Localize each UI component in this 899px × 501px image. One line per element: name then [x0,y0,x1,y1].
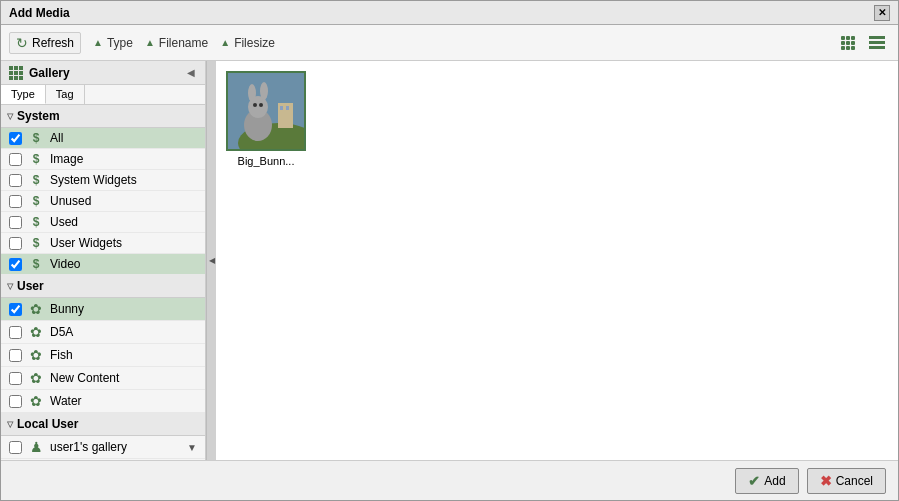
dollar-icon: $ [28,194,44,208]
media-grid: Big_Bunn... [226,71,888,167]
type-sort[interactable]: ▲ Type [93,36,133,50]
list-item[interactable]: ✿ Bunny [1,298,205,321]
filename-sort[interactable]: ▲ Filename [145,36,208,50]
list-item[interactable]: ♟ user1's gallery ▼ [1,436,205,459]
user-section-header[interactable]: ▽ User [1,275,205,298]
used-checkbox[interactable] [9,216,22,229]
unused-checkbox[interactable] [9,195,22,208]
gear-icon: ✿ [28,347,44,363]
close-button[interactable]: ✕ [874,5,890,21]
media-item[interactable]: Big_Bunn... [226,71,306,167]
item-label: Unused [50,194,91,208]
video-checkbox[interactable] [9,258,22,271]
item-label: user1's gallery [50,440,127,454]
item-label: D5A [50,325,73,339]
filesize-sort-arrow: ▲ [220,37,230,48]
list-item[interactable]: ✿ Water [1,390,205,413]
list-view-button[interactable] [864,33,890,53]
item-label: Fish [50,348,73,362]
media-thumbnail [226,71,306,151]
user-widgets-checkbox[interactable] [9,237,22,250]
tab-type[interactable]: Type [1,85,46,104]
type-sort-arrow: ▲ [93,37,103,48]
gear-icon: ✿ [28,393,44,409]
list-item[interactable]: ✿ New Content [1,367,205,390]
cancel-button[interactable]: ✖ Cancel [807,468,886,494]
sidebar-header: Gallery ◀ [1,61,205,85]
dollar-icon: $ [28,215,44,229]
system-section-header[interactable]: ▽ System [1,105,205,128]
dropdown-arrow[interactable]: ▼ [187,442,197,453]
type-label: Type [107,36,133,50]
list-item[interactable]: ✿ Fish [1,344,205,367]
user-section-label: User [17,279,44,293]
item-label: Used [50,215,78,229]
list-item[interactable]: $ System Widgets [1,170,205,191]
svg-point-5 [260,82,268,100]
list-item[interactable]: $ Used [1,212,205,233]
gear-icon: ✿ [28,301,44,317]
main-content: Gallery ◀ Type Tag ▽ System [1,61,898,460]
refresh-label: Refresh [32,36,74,50]
item-label: System Widgets [50,173,137,187]
dollar-icon: $ [28,236,44,250]
svg-rect-10 [286,106,289,110]
local-user-section-header[interactable]: ▽ Local User [1,413,205,436]
fish-checkbox[interactable] [9,349,22,362]
user-section-arrow: ▽ [7,282,13,291]
sidebar-collapse-button[interactable]: ◀ [185,65,197,80]
item-label: Water [50,394,82,408]
image-checkbox[interactable] [9,153,22,166]
dollar-icon: $ [28,257,44,271]
cancel-label: Cancel [836,474,873,488]
item-label: User Widgets [50,236,122,250]
bunny-image [228,73,304,149]
list-item[interactable]: $ All [1,128,205,149]
sidebar-tabs: Type Tag [1,85,205,105]
filesize-label: Filesize [234,36,275,50]
d5a-checkbox[interactable] [9,326,22,339]
list-item[interactable]: $ Image [1,149,205,170]
svg-point-7 [259,103,263,107]
item-label: Video [50,257,80,271]
media-item-label: Big_Bunn... [238,155,295,167]
list-item[interactable]: $ User Widgets [1,233,205,254]
add-media-dialog: Add Media ✕ ↻ Refresh ▲ Type ▲ Filename … [0,0,899,501]
add-label: Add [764,474,785,488]
item-label: Image [50,152,83,166]
gear-icon: ✿ [28,324,44,340]
filename-label: Filename [159,36,208,50]
media-area: Big_Bunn... [216,61,898,460]
dialog-title: Add Media [9,6,70,20]
view-toggle [836,33,890,53]
gear-icon: ✿ [28,370,44,386]
system-widgets-checkbox[interactable] [9,174,22,187]
all-checkbox[interactable] [9,132,22,145]
list-item[interactable]: $ Video [1,254,205,275]
water-checkbox[interactable] [9,395,22,408]
gallery-label: Gallery [29,66,70,80]
person-icon: ♟ [28,439,44,455]
add-button[interactable]: ✔ Add [735,468,798,494]
gallery-icon [9,66,23,80]
refresh-button[interactable]: ↻ Refresh [9,32,81,54]
check-icon: ✔ [748,473,760,489]
svg-point-4 [248,84,256,102]
item-label: New Content [50,371,119,385]
new-content-checkbox[interactable] [9,372,22,385]
system-section-arrow: ▽ [7,112,13,121]
dollar-icon: $ [28,173,44,187]
tab-tag[interactable]: Tag [46,85,85,104]
sidebar-collapse-handle[interactable]: ◀ [206,61,216,460]
user1-gallery-checkbox[interactable] [9,441,22,454]
bunny-checkbox[interactable] [9,303,22,316]
sidebar-scroll[interactable]: ▽ System $ All $ Image $ System Widgets [1,105,205,460]
item-label: All [50,131,63,145]
grid-view-button[interactable] [836,33,860,53]
filesize-sort[interactable]: ▲ Filesize [220,36,275,50]
dollar-icon: $ [28,131,44,145]
list-item[interactable]: $ Unused [1,191,205,212]
system-section-label: System [17,109,60,123]
list-item[interactable]: ✿ D5A [1,321,205,344]
item-label: Bunny [50,302,84,316]
